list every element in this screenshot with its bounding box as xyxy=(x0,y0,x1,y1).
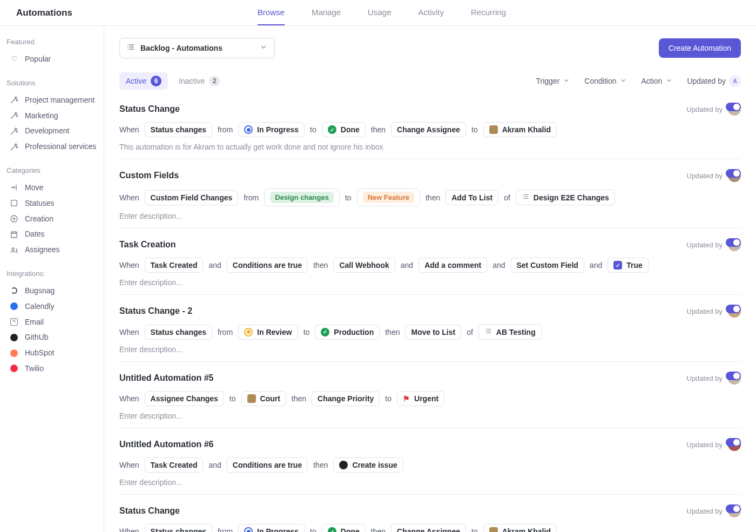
updated-by-label: Updated by xyxy=(687,307,723,315)
sidebar-item-project-management[interactable]: Project management xyxy=(0,92,104,108)
sidebar-item-move[interactable]: Move xyxy=(0,180,104,196)
automation-rule: WhenStatus changesfromIn ReviewtoProduct… xyxy=(119,324,741,340)
sidebar-item-calendly[interactable]: Calendly xyxy=(0,299,104,314)
calendly-icon xyxy=(10,302,18,311)
rule-action-chip[interactable]: Change Assignee xyxy=(391,122,466,137)
automation-row[interactable]: Custom Fields Updated by WhenCustom Fiel… xyxy=(119,159,741,228)
rule-action-chip[interactable]: Set Custom Field xyxy=(511,258,584,273)
user-avatar-icon xyxy=(489,527,498,532)
sidebar-item-professional-services[interactable]: Professional services xyxy=(0,139,104,154)
filters: Trigger Condition Action Updated byA xyxy=(536,75,741,87)
wand-icon xyxy=(10,127,18,136)
toggle-switch[interactable] xyxy=(726,504,741,513)
rule-action-chip[interactable]: Create issue xyxy=(333,457,403,473)
sidebar-item-popular[interactable]: Popular xyxy=(0,51,104,67)
rule-trigger-chip[interactable]: Status changes xyxy=(145,325,212,340)
rule-word: When xyxy=(119,125,139,134)
sidebar-item-label: Move xyxy=(25,183,43,192)
sidebar-item-label: Project management xyxy=(25,96,94,105)
status-icon xyxy=(244,328,253,336)
automation-row[interactable]: Task Creation Updated by WhenTask Create… xyxy=(119,228,741,295)
automation-description: Enter description... xyxy=(119,478,741,487)
arrow-move-icon xyxy=(10,183,18,192)
plus-circle-icon xyxy=(10,214,18,223)
list-icon xyxy=(484,327,492,336)
sidebar-item-assignees[interactable]: Assignees xyxy=(0,242,104,258)
automation-row[interactable]: Untitled Automation #6 Updated by WhenTa… xyxy=(119,428,741,495)
wand-icon xyxy=(10,111,18,120)
calendar-icon xyxy=(10,230,18,239)
rule-trigger-chip[interactable]: Assignee Changes xyxy=(145,391,224,406)
status-icon xyxy=(328,125,336,134)
email-icon xyxy=(10,318,18,326)
rule-condition-chip[interactable]: Conditions are true xyxy=(227,258,308,273)
rule-trigger-chip[interactable]: Custom Field Changes xyxy=(145,190,239,205)
topbar: Automations Browse Manage Usage Activity… xyxy=(0,0,756,26)
rule-action-chip[interactable]: Move to List xyxy=(405,325,461,340)
filter-trigger[interactable]: Trigger xyxy=(536,77,570,86)
automation-row[interactable]: Status Change - 2 Updated by WhenStatus … xyxy=(119,295,741,362)
automation-rule: WhenAssignee ChangestoCourtthenChange Pr… xyxy=(119,391,741,406)
rule-action-chip[interactable]: Change Priority xyxy=(312,391,380,406)
rule-trigger-chip[interactable]: Task Created xyxy=(145,258,204,273)
toggle-switch[interactable] xyxy=(726,238,741,247)
automation-description: Enter description... xyxy=(119,278,741,287)
tab-browse[interactable]: Browse xyxy=(258,0,285,25)
toggle-switch[interactable] xyxy=(726,438,741,447)
rule-trigger-chip[interactable]: Status changes xyxy=(145,524,212,532)
status-icon xyxy=(321,328,329,336)
sidebar-item-github[interactable]: GithUb xyxy=(0,329,104,345)
sidebar-item-label: Statuses xyxy=(25,199,54,208)
toggle-switch[interactable] xyxy=(726,305,741,313)
rule-word: When xyxy=(119,394,139,403)
sidebar-item-marketing[interactable]: Marketing xyxy=(0,108,104,124)
rule-action-chip[interactable]: Call Webhook xyxy=(333,258,395,273)
sidebar-item-label: Professional services xyxy=(25,142,96,151)
view-picker-label: Backlog - Automations xyxy=(140,44,254,52)
users-icon xyxy=(10,246,18,254)
sidebar-item-statuses[interactable]: Statuses xyxy=(0,196,104,211)
automation-row[interactable]: Status Change Updated by WhenStatus chan… xyxy=(119,100,741,159)
automation-description: Enter description... xyxy=(119,345,741,354)
rule-condition-chip[interactable]: Conditions are true xyxy=(227,457,308,473)
sidebar-item-twilio[interactable]: Twilio xyxy=(0,361,104,376)
automation-row[interactable]: Untitled Automation #5 Updated by WhenAs… xyxy=(119,362,741,428)
sidebar-item-hubspot[interactable]: HubSpot xyxy=(0,345,104,361)
tab-usage[interactable]: Usage xyxy=(368,0,391,25)
state-tab-active[interactable]: Active 6 xyxy=(119,72,168,90)
hubspot-icon xyxy=(10,349,18,358)
filter-updated-by[interactable]: Updated byA xyxy=(687,75,741,87)
rule-action-chip[interactable]: Change Assignee xyxy=(391,524,466,532)
tab-recurring[interactable]: Recurring xyxy=(471,0,506,25)
sidebar-item-development[interactable]: Development xyxy=(0,123,104,139)
toggle-switch[interactable] xyxy=(726,169,741,178)
filter-action[interactable]: Action xyxy=(641,77,673,86)
sidebar-item-label: Twilio xyxy=(25,364,44,373)
rule-action-chip[interactable]: Add a comment xyxy=(418,258,487,273)
rule-word: When xyxy=(119,527,139,532)
create-automation-button[interactable]: Create Automation xyxy=(659,38,741,58)
automation-title: Untitled Automation #6 xyxy=(119,440,214,449)
sidebar-item-dates[interactable]: Dates xyxy=(0,226,104,242)
rule-trigger-chip[interactable]: Status changes xyxy=(145,122,212,137)
tab-manage[interactable]: Manage xyxy=(312,0,341,25)
tab-activity[interactable]: Activity xyxy=(418,0,444,25)
updated-by-label: Updated by xyxy=(687,241,723,249)
filter-label: Trigger xyxy=(536,77,559,85)
automation-title: Untitled Automation #5 xyxy=(119,373,214,383)
automation-row[interactable]: Status Change Updated by WhenStatus chan… xyxy=(119,495,741,532)
view-picker[interactable]: Backlog - Automations xyxy=(119,38,275,58)
sidebar-item-email[interactable]: Email xyxy=(0,314,104,330)
sidebar-item-creation[interactable]: Creation xyxy=(0,211,104,227)
state-tab-inactive[interactable]: Inactive 2 xyxy=(172,72,226,90)
rule-word: When xyxy=(119,328,139,336)
filter-condition[interactable]: Condition xyxy=(584,77,627,86)
toggle-switch[interactable] xyxy=(726,103,741,111)
automation-rule: WhenTask CreatedandConditions are trueth… xyxy=(119,258,741,273)
sidebar-item-bugsnag[interactable]: Bugsnag xyxy=(0,283,104,299)
sidebar: Featured Popular Solutions Project manag… xyxy=(0,26,104,532)
rule-trigger-chip[interactable]: Task Created xyxy=(145,457,204,473)
github-icon xyxy=(10,333,18,342)
rule-action-chip[interactable]: Add To List xyxy=(446,190,498,205)
toggle-switch[interactable] xyxy=(726,372,741,380)
